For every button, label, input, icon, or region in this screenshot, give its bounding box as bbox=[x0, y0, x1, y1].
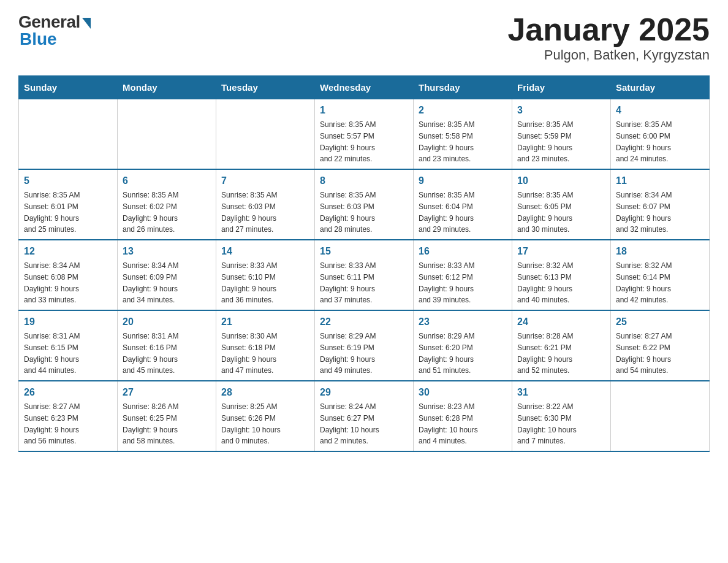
calendar-day-cell: 4Sunrise: 8:35 AM Sunset: 6:00 PM Daylig… bbox=[611, 99, 710, 170]
day-of-week-header: Thursday bbox=[414, 76, 512, 99]
day-info: Sunrise: 8:28 AM Sunset: 6:21 PM Dayligh… bbox=[517, 332, 573, 375]
day-info: Sunrise: 8:27 AM Sunset: 6:22 PM Dayligh… bbox=[616, 332, 672, 375]
calendar-day-cell bbox=[19, 99, 118, 170]
calendar-day-cell bbox=[611, 381, 710, 451]
calendar-day-cell: 30Sunrise: 8:23 AM Sunset: 6:28 PM Dayli… bbox=[414, 381, 512, 451]
day-info: Sunrise: 8:27 AM Sunset: 6:23 PM Dayligh… bbox=[24, 402, 80, 445]
calendar-day-cell: 23Sunrise: 8:29 AM Sunset: 6:20 PM Dayli… bbox=[414, 310, 512, 381]
calendar-day-cell: 12Sunrise: 8:34 AM Sunset: 6:08 PM Dayli… bbox=[19, 240, 118, 310]
day-of-week-header: Monday bbox=[118, 76, 216, 99]
day-number: 16 bbox=[419, 244, 507, 259]
day-info: Sunrise: 8:23 AM Sunset: 6:28 PM Dayligh… bbox=[419, 402, 478, 445]
calendar-day-cell: 11Sunrise: 8:34 AM Sunset: 6:07 PM Dayli… bbox=[611, 169, 710, 240]
day-info: Sunrise: 8:35 AM Sunset: 6:03 PM Dayligh… bbox=[320, 191, 376, 234]
day-info: Sunrise: 8:35 AM Sunset: 5:57 PM Dayligh… bbox=[320, 120, 376, 163]
day-info: Sunrise: 8:35 AM Sunset: 5:58 PM Dayligh… bbox=[419, 120, 474, 163]
day-info: Sunrise: 8:34 AM Sunset: 6:07 PM Dayligh… bbox=[616, 191, 672, 234]
calendar-day-cell: 21Sunrise: 8:30 AM Sunset: 6:18 PM Dayli… bbox=[216, 310, 315, 381]
page-header: General Blue January 2025 Pulgon, Batken… bbox=[18, 12, 710, 63]
day-info: Sunrise: 8:34 AM Sunset: 6:08 PM Dayligh… bbox=[24, 261, 80, 304]
day-number: 17 bbox=[517, 244, 605, 259]
calendar-day-cell: 15Sunrise: 8:33 AM Sunset: 6:11 PM Dayli… bbox=[315, 240, 414, 310]
calendar-day-cell: 28Sunrise: 8:25 AM Sunset: 6:26 PM Dayli… bbox=[216, 381, 315, 451]
day-number: 8 bbox=[320, 174, 408, 188]
day-info: Sunrise: 8:25 AM Sunset: 6:26 PM Dayligh… bbox=[221, 402, 281, 445]
calendar-day-cell: 22Sunrise: 8:29 AM Sunset: 6:19 PM Dayli… bbox=[315, 310, 414, 381]
calendar-day-cell: 16Sunrise: 8:33 AM Sunset: 6:12 PM Dayli… bbox=[414, 240, 512, 310]
calendar-week-row: 12Sunrise: 8:34 AM Sunset: 6:08 PM Dayli… bbox=[19, 240, 710, 310]
calendar-day-cell: 9Sunrise: 8:35 AM Sunset: 6:04 PM Daylig… bbox=[414, 169, 512, 240]
calendar-table: SundayMondayTuesdayWednesdayThursdayFrid… bbox=[18, 75, 710, 452]
day-info: Sunrise: 8:24 AM Sunset: 6:27 PM Dayligh… bbox=[320, 402, 379, 445]
day-number: 25 bbox=[616, 315, 704, 329]
day-info: Sunrise: 8:35 AM Sunset: 6:01 PM Dayligh… bbox=[24, 191, 80, 234]
day-info: Sunrise: 8:35 AM Sunset: 5:59 PM Dayligh… bbox=[517, 120, 573, 163]
calendar-day-cell: 6Sunrise: 8:35 AM Sunset: 6:02 PM Daylig… bbox=[118, 169, 216, 240]
day-info: Sunrise: 8:31 AM Sunset: 6:16 PM Dayligh… bbox=[123, 332, 178, 375]
calendar-day-cell: 29Sunrise: 8:24 AM Sunset: 6:27 PM Dayli… bbox=[315, 381, 414, 451]
day-info: Sunrise: 8:35 AM Sunset: 6:04 PM Dayligh… bbox=[419, 191, 474, 234]
day-of-week-header: Sunday bbox=[19, 76, 118, 99]
day-number: 23 bbox=[419, 315, 507, 329]
day-number: 15 bbox=[320, 244, 408, 259]
logo-blue-text: Blue bbox=[20, 29, 57, 49]
logo: General Blue bbox=[18, 12, 91, 49]
calendar-header-row: SundayMondayTuesdayWednesdayThursdayFrid… bbox=[19, 76, 710, 99]
calendar-day-cell: 14Sunrise: 8:33 AM Sunset: 6:10 PM Dayli… bbox=[216, 240, 315, 310]
day-number: 18 bbox=[616, 244, 704, 259]
day-info: Sunrise: 8:31 AM Sunset: 6:15 PM Dayligh… bbox=[24, 332, 80, 375]
day-info: Sunrise: 8:32 AM Sunset: 6:13 PM Dayligh… bbox=[517, 261, 573, 304]
calendar-day-cell: 25Sunrise: 8:27 AM Sunset: 6:22 PM Dayli… bbox=[611, 310, 710, 381]
calendar-day-cell bbox=[216, 99, 315, 170]
day-of-week-header: Friday bbox=[512, 76, 611, 99]
day-of-week-header: Tuesday bbox=[216, 76, 315, 99]
calendar-day-cell: 17Sunrise: 8:32 AM Sunset: 6:13 PM Dayli… bbox=[512, 240, 611, 310]
day-number: 22 bbox=[320, 315, 408, 329]
calendar-day-cell: 18Sunrise: 8:32 AM Sunset: 6:14 PM Dayli… bbox=[611, 240, 710, 310]
day-number: 30 bbox=[419, 385, 507, 400]
day-info: Sunrise: 8:33 AM Sunset: 6:11 PM Dayligh… bbox=[320, 261, 376, 304]
calendar-day-cell: 19Sunrise: 8:31 AM Sunset: 6:15 PM Dayli… bbox=[19, 310, 118, 381]
day-number: 26 bbox=[24, 385, 112, 400]
day-info: Sunrise: 8:35 AM Sunset: 6:00 PM Dayligh… bbox=[616, 120, 672, 163]
day-number: 13 bbox=[123, 244, 211, 259]
day-info: Sunrise: 8:33 AM Sunset: 6:12 PM Dayligh… bbox=[419, 261, 474, 304]
day-number: 3 bbox=[517, 103, 605, 118]
calendar-day-cell: 27Sunrise: 8:26 AM Sunset: 6:25 PM Dayli… bbox=[118, 381, 216, 451]
day-number: 21 bbox=[221, 315, 309, 329]
day-number: 19 bbox=[24, 315, 112, 329]
calendar-day-cell: 24Sunrise: 8:28 AM Sunset: 6:21 PM Dayli… bbox=[512, 310, 611, 381]
calendar-day-cell: 26Sunrise: 8:27 AM Sunset: 6:23 PM Dayli… bbox=[19, 381, 118, 451]
day-info: Sunrise: 8:30 AM Sunset: 6:18 PM Dayligh… bbox=[221, 332, 277, 375]
day-number: 10 bbox=[517, 174, 605, 188]
calendar-day-cell: 10Sunrise: 8:35 AM Sunset: 6:05 PM Dayli… bbox=[512, 169, 611, 240]
day-number: 31 bbox=[517, 385, 605, 400]
day-number: 11 bbox=[616, 174, 704, 188]
day-info: Sunrise: 8:35 AM Sunset: 6:03 PM Dayligh… bbox=[221, 191, 277, 234]
day-info: Sunrise: 8:33 AM Sunset: 6:10 PM Dayligh… bbox=[221, 261, 277, 304]
title-block: January 2025 Pulgon, Batken, Kyrgyzstan bbox=[507, 12, 710, 63]
calendar-day-cell: 7Sunrise: 8:35 AM Sunset: 6:03 PM Daylig… bbox=[216, 169, 315, 240]
day-info: Sunrise: 8:26 AM Sunset: 6:25 PM Dayligh… bbox=[123, 402, 178, 445]
day-of-week-header: Wednesday bbox=[315, 76, 414, 99]
day-info: Sunrise: 8:35 AM Sunset: 6:02 PM Dayligh… bbox=[123, 191, 178, 234]
day-number: 7 bbox=[221, 174, 309, 188]
calendar-day-cell: 8Sunrise: 8:35 AM Sunset: 6:03 PM Daylig… bbox=[315, 169, 414, 240]
day-of-week-header: Saturday bbox=[611, 76, 710, 99]
day-info: Sunrise: 8:34 AM Sunset: 6:09 PM Dayligh… bbox=[123, 261, 178, 304]
day-number: 9 bbox=[419, 174, 507, 188]
day-info: Sunrise: 8:22 AM Sunset: 6:30 PM Dayligh… bbox=[517, 402, 577, 445]
day-number: 24 bbox=[517, 315, 605, 329]
calendar-day-cell: 2Sunrise: 8:35 AM Sunset: 5:58 PM Daylig… bbox=[414, 99, 512, 170]
day-number: 6 bbox=[123, 174, 211, 188]
day-info: Sunrise: 8:35 AM Sunset: 6:05 PM Dayligh… bbox=[517, 191, 573, 234]
calendar-day-cell: 31Sunrise: 8:22 AM Sunset: 6:30 PM Dayli… bbox=[512, 381, 611, 451]
calendar-subtitle: Pulgon, Batken, Kyrgyzstan bbox=[507, 47, 710, 63]
calendar-week-row: 1Sunrise: 8:35 AM Sunset: 5:57 PM Daylig… bbox=[19, 99, 710, 170]
day-number: 5 bbox=[24, 174, 112, 188]
calendar-day-cell: 1Sunrise: 8:35 AM Sunset: 5:57 PM Daylig… bbox=[315, 99, 414, 170]
calendar-week-row: 19Sunrise: 8:31 AM Sunset: 6:15 PM Dayli… bbox=[19, 310, 710, 381]
day-number: 4 bbox=[616, 103, 704, 118]
day-number: 29 bbox=[320, 385, 408, 400]
calendar-day-cell: 20Sunrise: 8:31 AM Sunset: 6:16 PM Dayli… bbox=[118, 310, 216, 381]
